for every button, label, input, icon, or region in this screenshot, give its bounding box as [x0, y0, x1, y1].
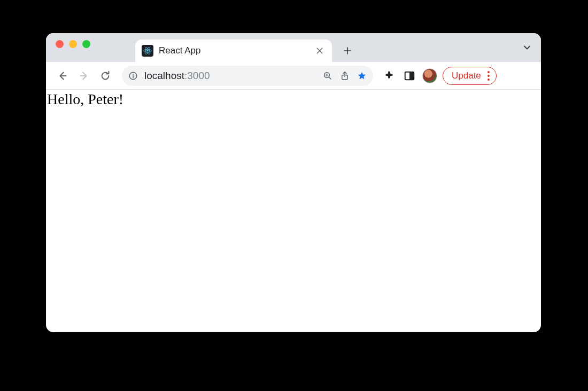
- share-icon[interactable]: [339, 70, 351, 82]
- site-info-icon[interactable]: [127, 70, 139, 82]
- new-tab-button[interactable]: [338, 42, 357, 60]
- url-text[interactable]: localhost:3000: [144, 70, 316, 82]
- browser-window: React App localhost:3000: [46, 33, 541, 332]
- more-menu-icon[interactable]: [485, 71, 492, 81]
- back-button[interactable]: [55, 68, 71, 84]
- svg-rect-9: [409, 72, 414, 80]
- toolbar: localhost:3000 Update: [46, 62, 541, 90]
- tab-strip: React App: [46, 33, 541, 62]
- page-content: Hello, Peter!: [46, 90, 541, 109]
- svg-point-5: [133, 74, 134, 75]
- bookmark-star-icon[interactable]: [356, 70, 368, 82]
- tab-title: React App: [159, 45, 308, 56]
- svg-point-0: [147, 50, 149, 52]
- tab-close-button[interactable]: [314, 45, 326, 57]
- zoom-icon[interactable]: [322, 70, 334, 82]
- react-favicon-icon: [142, 45, 153, 57]
- window-close-button[interactable]: [56, 40, 64, 48]
- window-minimize-button[interactable]: [69, 40, 77, 48]
- side-panel-icon[interactable]: [402, 68, 417, 83]
- url-port: 3000: [187, 70, 210, 82]
- tabs-dropdown-button[interactable]: [522, 33, 532, 62]
- update-button[interactable]: Update: [443, 67, 497, 85]
- profile-avatar[interactable]: [422, 68, 437, 83]
- forward-button[interactable]: [76, 68, 92, 84]
- address-bar[interactable]: localhost:3000: [122, 66, 373, 86]
- greeting-text: Hello, Peter!: [47, 91, 123, 107]
- update-label: Update: [452, 71, 481, 81]
- window-fullscreen-button[interactable]: [82, 40, 90, 48]
- url-host: localhost: [144, 70, 184, 82]
- extensions-icon[interactable]: [382, 68, 397, 83]
- active-tab[interactable]: React App: [135, 40, 332, 62]
- reload-button[interactable]: [97, 68, 113, 84]
- window-controls: [56, 33, 90, 62]
